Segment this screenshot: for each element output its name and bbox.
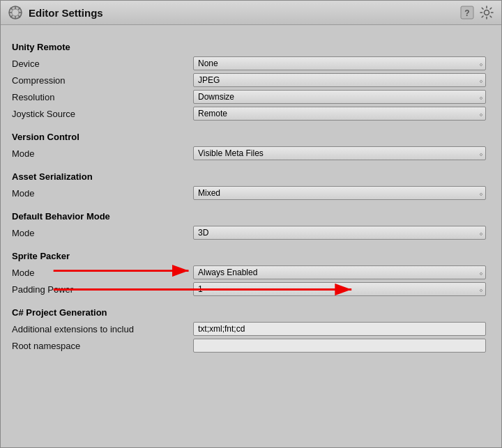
label-padding-power: Padding Power bbox=[12, 284, 193, 295]
svg-point-12 bbox=[485, 10, 489, 15]
select-wrapper-resolution: Downsize bbox=[193, 90, 486, 104]
select-joystick-source[interactable]: Remote bbox=[193, 107, 486, 121]
settings-button[interactable] bbox=[479, 5, 494, 20]
control-padding-power: 1 bbox=[193, 282, 490, 296]
section-unity-remote-header: Unity Remote bbox=[12, 42, 490, 52]
select-wrapper-padding-power: 1 bbox=[193, 282, 486, 296]
setting-row-resolution: Resolution Downsize bbox=[12, 88, 490, 105]
label-db-mode: Mode bbox=[12, 228, 193, 238]
control-as-mode: Mixed bbox=[193, 186, 490, 200]
settings-content: Unity Remote Device None Compression JPE… bbox=[1, 25, 501, 361]
input-extensions[interactable] bbox=[193, 322, 486, 336]
input-root-namespace[interactable] bbox=[193, 339, 486, 353]
label-root-namespace: Root namespace bbox=[12, 341, 193, 351]
control-extensions bbox=[193, 322, 490, 336]
setting-row-extensions: Additional extensions to includ bbox=[12, 320, 490, 337]
setting-row-root-namespace: Root namespace bbox=[12, 337, 490, 354]
label-compression: Compression bbox=[12, 75, 193, 86]
control-root-namespace bbox=[193, 339, 490, 353]
select-compression[interactable]: JPEG bbox=[193, 73, 486, 87]
control-db-mode: 3D bbox=[193, 226, 490, 240]
section-sprite-packer-header: Sprite Packer bbox=[12, 251, 490, 261]
label-resolution: Resolution bbox=[12, 92, 193, 102]
select-wrapper-compression: JPEG bbox=[193, 73, 486, 87]
control-device: None bbox=[193, 56, 490, 70]
title-bar: Editor Settings ? bbox=[1, 1, 501, 25]
label-extensions: Additional extensions to includ bbox=[12, 324, 193, 334]
select-wrapper-vc-mode: Visible Meta Files bbox=[193, 146, 486, 160]
label-as-mode: Mode bbox=[12, 188, 193, 199]
svg-text:?: ? bbox=[464, 8, 469, 18]
label-sp-mode: Mode bbox=[12, 268, 193, 278]
select-as-mode[interactable]: Mixed bbox=[193, 186, 486, 200]
setting-row-as-mode: Mode Mixed bbox=[12, 185, 490, 201]
select-padding-power[interactable]: 1 bbox=[193, 282, 486, 296]
select-wrapper-sp-mode: Always Enabled bbox=[193, 265, 486, 279]
setting-row-vc-mode: Mode Visible Meta Files bbox=[12, 145, 490, 162]
select-wrapper-as-mode: Mixed bbox=[193, 186, 486, 200]
window-title: Editor Settings bbox=[29, 7, 454, 19]
select-wrapper-db-mode: 3D bbox=[193, 226, 486, 240]
svg-point-1 bbox=[12, 9, 19, 16]
select-resolution[interactable]: Downsize bbox=[193, 90, 486, 104]
sprite-packer-rows: Mode Always Enabled Padding Power 1 bbox=[12, 264, 490, 298]
section-asset-serialization-header: Asset Serialization bbox=[12, 171, 490, 182]
control-resolution: Downsize bbox=[193, 90, 490, 104]
setting-row-sp-mode: Mode Always Enabled bbox=[12, 264, 490, 281]
control-sp-mode: Always Enabled bbox=[193, 265, 490, 279]
setting-row-joystick: Joystick Source Remote bbox=[12, 105, 490, 122]
label-vc-mode: Mode bbox=[12, 148, 193, 159]
setting-row-compression: Compression JPEG bbox=[12, 72, 490, 88]
select-device[interactable]: None bbox=[193, 56, 486, 70]
setting-row-device: Device None bbox=[12, 55, 490, 72]
section-default-behavior-header: Default Behavior Mode bbox=[12, 211, 490, 222]
section-csharp-header: C# Project Generation bbox=[12, 307, 490, 318]
control-vc-mode: Visible Meta Files bbox=[193, 146, 490, 160]
select-wrapper-joystick: Remote bbox=[193, 107, 486, 121]
control-compression: JPEG bbox=[193, 73, 490, 87]
help-button[interactable]: ? bbox=[459, 5, 475, 20]
select-vc-mode[interactable]: Visible Meta Files bbox=[193, 146, 486, 160]
section-version-control-header: Version Control bbox=[12, 132, 490, 142]
setting-row-db-mode: Mode 3D bbox=[12, 224, 490, 241]
setting-row-padding-power: Padding Power 1 bbox=[12, 281, 490, 298]
editor-settings-window: Editor Settings ? Unity Remote Device bbox=[0, 0, 502, 448]
label-device: Device bbox=[12, 59, 193, 69]
label-joystick-source: Joystick Source bbox=[12, 109, 193, 119]
control-joystick-source: Remote bbox=[193, 107, 490, 121]
select-db-mode[interactable]: 3D bbox=[193, 226, 486, 240]
select-sp-mode[interactable]: Always Enabled bbox=[193, 265, 486, 279]
title-actions: ? bbox=[459, 5, 494, 20]
select-wrapper-device: None bbox=[193, 56, 486, 70]
window-icon bbox=[8, 5, 23, 20]
